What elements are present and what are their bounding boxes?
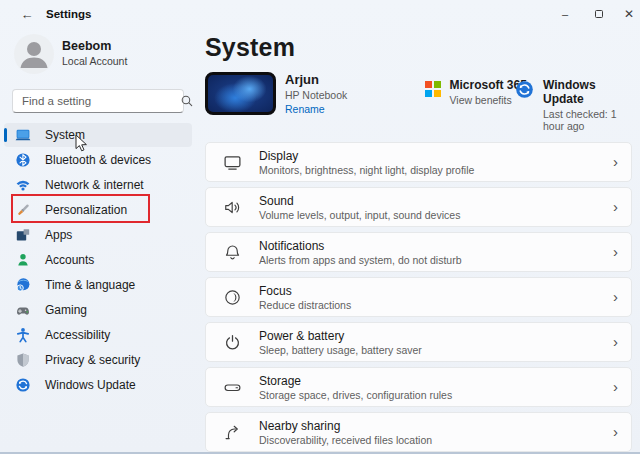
windows-update-title: Windows Update: [543, 78, 632, 106]
speaker-icon: [223, 198, 242, 217]
avatar[interactable]: [14, 34, 54, 74]
focus-icon: [223, 288, 242, 307]
gamepad-icon: [15, 302, 31, 318]
sidebar-item-network[interactable]: Network & internet: [4, 173, 192, 197]
sidebar-item-label: Time & language: [45, 278, 135, 292]
sidebar: Beebom Local Account System Bluetooth & …: [0, 28, 196, 454]
sidebar-item-accessibility[interactable]: Accessibility: [4, 323, 192, 347]
rename-link[interactable]: Rename: [285, 103, 325, 115]
shield-icon: [15, 352, 31, 368]
sidebar-item-apps[interactable]: Apps: [4, 223, 192, 247]
row-subtitle: Sleep, battery usage, battery saver: [259, 344, 422, 356]
row-title: Power & battery: [259, 329, 422, 343]
display-icon: [223, 153, 242, 172]
chevron-right-icon: ›: [613, 424, 618, 441]
sidebar-item-label: Apps: [45, 228, 72, 242]
settings-row-nearby-sharing[interactable]: Nearby sharing Discoverability, received…: [205, 412, 632, 452]
sidebar-nav: System Bluetooth & devices Network & int…: [4, 123, 192, 398]
row-title: Notifications: [259, 239, 462, 253]
user-account-type: Local Account: [62, 55, 127, 67]
chevron-right-icon: ›: [613, 289, 618, 306]
sidebar-item-gaming[interactable]: Gaming: [4, 298, 192, 322]
chevron-right-icon: ›: [613, 199, 618, 216]
device-model: HP Notebook: [285, 89, 347, 101]
sidebar-item-privacy[interactable]: Privacy & security: [4, 348, 192, 372]
person-icon: [15, 252, 31, 268]
chevron-right-icon: ›: [613, 244, 618, 261]
sidebar-item-time-language[interactable]: Time & language: [4, 273, 192, 297]
row-title: Focus: [259, 284, 351, 298]
chevron-right-icon: ›: [613, 334, 618, 351]
sidebar-item-label: System: [45, 128, 85, 142]
windows-update-block[interactable]: Windows Update Last checked: 1 hour ago: [515, 78, 632, 132]
settings-row-sound[interactable]: Sound Volume levels, output, input, soun…: [205, 187, 632, 227]
paintbrush-icon: [15, 202, 31, 218]
page-title: System: [205, 33, 295, 62]
row-title: Display: [259, 149, 474, 163]
windows-update-subtitle: Last checked: 1 hour ago: [543, 108, 632, 132]
power-icon: [223, 333, 242, 352]
user-name: Beebom: [62, 39, 111, 53]
back-button[interactable]: ←: [16, 5, 38, 23]
update-icon: [15, 377, 31, 393]
device-wallpaper-thumbnail: [205, 72, 276, 115]
sidebar-item-label: Network & internet: [45, 178, 144, 192]
bluetooth-icon: [15, 152, 31, 168]
clock-globe-icon: [15, 277, 31, 293]
apps-icon: [15, 227, 31, 243]
microsoft-logo: [425, 81, 441, 97]
chevron-right-icon: ›: [613, 154, 618, 171]
main-content: System Arjun HP Notebook Rename Microsof…: [205, 28, 632, 454]
search-icon: [180, 94, 194, 108]
row-subtitle: Reduce distractions: [259, 299, 351, 311]
sidebar-item-label: Bluetooth & devices: [45, 153, 151, 167]
row-subtitle: Discoverability, received files location: [259, 434, 432, 446]
sidebar-item-windows-update[interactable]: Windows Update: [4, 373, 192, 397]
row-subtitle: Alerts from apps and system, do not dist…: [259, 254, 462, 266]
chevron-right-icon: ›: [613, 379, 618, 396]
sidebar-item-label: Gaming: [45, 303, 87, 317]
row-title: Storage: [259, 374, 452, 388]
settings-row-power-battery[interactable]: Power & battery Sleep, battery usage, ba…: [205, 322, 632, 362]
row-title: Sound: [259, 194, 460, 208]
close-button[interactable]: ✕: [614, 3, 640, 24]
sidebar-item-personalization[interactable]: Personalization: [4, 198, 192, 222]
titlebar: ← Settings – ✕: [0, 0, 640, 28]
row-subtitle: Monitors, brightness, night light, displ…: [259, 164, 474, 176]
bell-icon: [223, 243, 242, 262]
settings-row-storage[interactable]: Storage Storage space, drives, configura…: [205, 367, 632, 407]
settings-row-display[interactable]: Display Monitors, brightness, night ligh…: [205, 142, 632, 182]
sidebar-item-accounts[interactable]: Accounts: [4, 248, 192, 272]
sidebar-item-label: Personalization: [45, 203, 127, 217]
laptop-icon: [15, 127, 31, 143]
device-name: Arjun: [285, 72, 319, 87]
sidebar-item-label: Windows Update: [45, 378, 136, 392]
settings-row-notifications[interactable]: Notifications Alerts from apps and syste…: [205, 232, 632, 272]
maximize-icon: [595, 10, 603, 18]
window-title: Settings: [46, 8, 91, 20]
back-arrow-icon: ←: [21, 7, 34, 22]
settings-row-focus[interactable]: Focus Reduce distractions ›: [205, 277, 632, 317]
maximize-button[interactable]: [584, 3, 614, 24]
search-box[interactable]: [12, 89, 184, 113]
microsoft-365-block[interactable]: Microsoft 365 View benefits: [425, 78, 527, 106]
sidebar-item-label: Accessibility: [45, 328, 110, 342]
wifi-icon: [15, 177, 31, 193]
row-title: Nearby sharing: [259, 419, 432, 433]
sidebar-item-label: Accounts: [45, 253, 94, 267]
minimize-button[interactable]: –: [550, 3, 580, 24]
drive-icon: [223, 378, 242, 397]
sidebar-item-system[interactable]: System: [4, 123, 192, 147]
share-icon: [223, 423, 242, 442]
sidebar-item-label: Privacy & security: [45, 353, 140, 367]
person-avatar-icon: [14, 34, 54, 74]
accessibility-icon: [15, 327, 31, 343]
sidebar-item-bluetooth[interactable]: Bluetooth & devices: [4, 148, 192, 172]
search-input[interactable]: [13, 95, 180, 107]
row-subtitle: Storage space, drives, configuration rul…: [259, 389, 452, 401]
update-icon: [515, 80, 534, 99]
settings-list: Display Monitors, brightness, night ligh…: [205, 142, 632, 454]
row-subtitle: Volume levels, output, input, sound devi…: [259, 209, 460, 221]
